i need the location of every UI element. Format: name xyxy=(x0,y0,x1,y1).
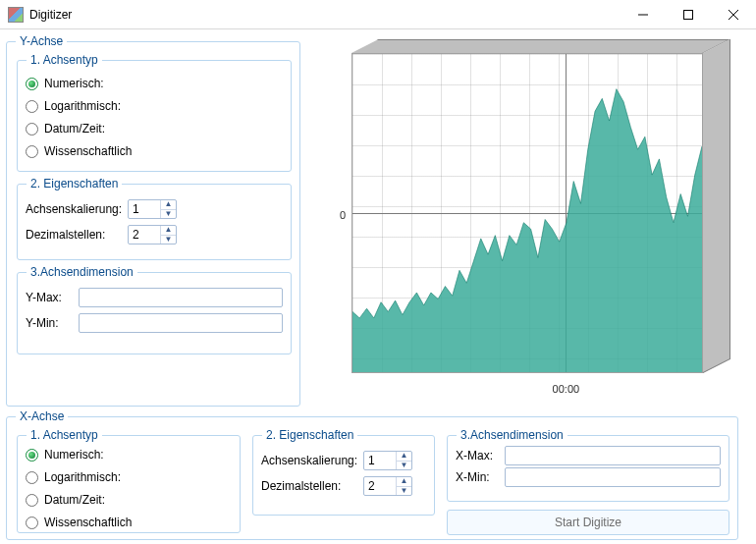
plot-area xyxy=(351,53,730,373)
y-axis-type-scientific[interactable]: Wissenschaftlich xyxy=(26,141,283,161)
y-axis-type-log-label: Logarithmisch: xyxy=(44,99,121,113)
x-axis-type-group-label: 1. Achsentyp xyxy=(27,428,102,442)
svg-rect-1 xyxy=(684,10,693,19)
minimize-button[interactable] xyxy=(621,0,666,29)
y-axis-type-group: 1. Achsentyp Numerisch: Logarithmisch: D… xyxy=(17,60,292,172)
x-axis-type-log[interactable]: Logarithmisch: xyxy=(26,467,232,487)
window-title: Digitizer xyxy=(29,8,72,22)
x-axis-scaling-value: 1 xyxy=(364,452,396,469)
y-axis-scaling-value: 1 xyxy=(129,200,160,218)
y-axis-type-datetime-label: Datum/Zeit: xyxy=(44,122,105,136)
spinner-down-icon[interactable]: ▼ xyxy=(161,236,176,245)
y-max-input[interactable] xyxy=(79,288,283,307)
close-button[interactable] xyxy=(711,0,756,29)
y-min-input[interactable] xyxy=(79,313,283,333)
x-min-label: X-Min: xyxy=(456,470,505,484)
y-axis-group: Y-Achse 1. Achsentyp Numerisch: Logarith… xyxy=(6,41,300,407)
titlebar: Digitizer xyxy=(0,0,756,29)
y-axis-type-log[interactable]: Logarithmisch: xyxy=(26,96,283,116)
radio-dot-icon xyxy=(26,78,38,90)
radio-dot-icon xyxy=(26,100,38,113)
x-axis-group-label: X-Achse xyxy=(16,409,68,423)
y-axis-props-group: 2. Eigenschaften Achsenskalierung: 1 ▲▼ … xyxy=(17,184,292,260)
y-axis-type-scientific-label: Wissenschaftlich xyxy=(44,144,132,158)
spinner-down-icon[interactable]: ▼ xyxy=(161,210,176,219)
radio-dot-icon xyxy=(26,494,38,507)
chart-series xyxy=(352,54,702,372)
x-axis-type-numeric[interactable]: Numerisch: xyxy=(26,445,232,464)
y-axis-type-numeric-label: Numerisch: xyxy=(44,77,104,90)
x-axis-decimals-label: Dezimalstellen: xyxy=(261,479,363,493)
y-tick-center: 0 xyxy=(340,209,346,221)
y-axis-props-group-label: 2. Eigenschaften xyxy=(27,177,122,190)
y-axis-decimals-label: Dezimalstellen: xyxy=(26,228,128,242)
app-icon xyxy=(8,7,24,23)
radio-dot-icon xyxy=(26,123,38,136)
x-axis-type-numeric-label: Numerisch: xyxy=(44,448,104,462)
y-axis-type-numeric[interactable]: Numerisch: xyxy=(26,74,283,93)
y-axis-type-datetime[interactable]: Datum/Zeit: xyxy=(26,119,283,138)
x-axis-type-datetime[interactable]: Datum/Zeit: xyxy=(26,490,232,510)
x-axis-props-group: 2. Eigenschaften Achsenskalierung: 1 ▲▼ … xyxy=(252,435,435,516)
x-axis-props-group-label: 2. Eigenschaften xyxy=(262,428,357,442)
x-axis-type-log-label: Logarithmisch: xyxy=(44,470,121,484)
x-axis-group: X-Achse 1. Achsentyp Numerisch: Logarith… xyxy=(6,416,738,540)
x-axis-dim-group-label: 3.Achsendimension xyxy=(457,428,567,442)
radio-dot-icon xyxy=(26,517,38,529)
x-axis-decimals-value: 2 xyxy=(364,477,396,495)
x-max-label: X-Max: xyxy=(456,449,505,462)
x-tick-center: 00:00 xyxy=(351,383,703,401)
x-axis-type-group: 1. Achsentyp Numerisch: Logarithmisch: D… xyxy=(17,435,241,533)
x-axis-scaling-input[interactable]: 1 ▲▼ xyxy=(363,451,412,470)
maximize-button[interactable] xyxy=(666,0,711,29)
y-axis-dim-group: 3.Achsendimension Y-Max: Y-Min: xyxy=(17,272,292,354)
x-axis-scaling-label: Achsenskalierung: xyxy=(261,454,363,467)
start-digitize-button[interactable]: Start Digitize xyxy=(447,510,729,535)
y-axis-decimals-value: 2 xyxy=(129,226,160,244)
y-axis-scaling-input[interactable]: 1 ▲▼ xyxy=(128,199,177,219)
radio-dot-icon xyxy=(26,449,38,462)
y-axis-scaling-label: Achsenskalierung: xyxy=(26,202,128,216)
x-axis-dim-group: 3.Achsendimension X-Max: X-Min: xyxy=(447,435,729,502)
x-axis-decimals-input[interactable]: 2 ▲▼ xyxy=(363,476,412,496)
x-axis-type-scientific[interactable]: Wissenschaftlich xyxy=(26,513,232,532)
spinner-down-icon[interactable]: ▼ xyxy=(397,462,411,470)
x-min-input[interactable] xyxy=(505,467,721,487)
x-axis-type-scientific-label: Wissenschaftlich xyxy=(44,516,132,529)
spinner-down-icon[interactable]: ▼ xyxy=(397,487,411,496)
radio-dot-icon xyxy=(26,145,38,158)
y-min-label: Y-Min: xyxy=(26,316,79,330)
radio-dot-icon xyxy=(26,471,38,484)
x-axis-type-datetime-label: Datum/Zeit: xyxy=(44,493,105,507)
start-digitize-label: Start Digitize xyxy=(555,516,621,529)
y-axis-group-label: Y-Achse xyxy=(16,34,67,48)
y-axis-type-group-label: 1. Achsentyp xyxy=(27,53,102,67)
chart-preview: 0 00:00 xyxy=(318,35,736,401)
x-max-input[interactable] xyxy=(505,446,721,465)
y-axis-dim-group-label: 3.Achsendimension xyxy=(27,265,137,279)
y-axis-decimals-input[interactable]: 2 ▲▼ xyxy=(128,225,177,245)
y-max-label: Y-Max: xyxy=(26,291,79,304)
